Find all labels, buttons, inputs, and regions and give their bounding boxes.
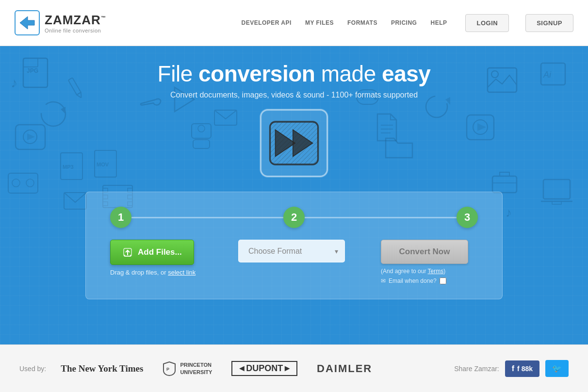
facebook-count: f 88k	[517, 365, 533, 373]
bg-music-icon: ♪	[10, 73, 29, 92]
select-link[interactable]: select link	[168, 269, 196, 276]
format-select[interactable]: Choose Format MP4 MP3 JPG PNG PDF DOC DO…	[238, 240, 345, 262]
hero-section: JPG ♪	[0, 46, 588, 344]
email-row: ✉ Email when done?	[381, 278, 446, 284]
svg-text:♪: ♪	[506, 205, 512, 220]
email-label: Email when done?	[389, 278, 437, 284]
bg-doc-icon	[374, 112, 400, 143]
login-button[interactable]: LOGIN	[465, 14, 509, 32]
bg-play2-icon	[170, 85, 199, 114]
used-by-label: Used by:	[19, 365, 46, 373]
logo-subtitle: Online file conversion	[45, 28, 106, 33]
bg-mp3-icon: MP3	[58, 150, 85, 182]
nav-formats[interactable]: FORMATS	[347, 19, 377, 26]
svg-rect-12	[8, 173, 38, 193]
svg-rect-3	[23, 58, 38, 67]
terms-link[interactable]: Terms	[428, 268, 444, 275]
svg-rect-1	[23, 58, 48, 87]
hero-title: File conversion made easy	[158, 61, 431, 87]
svg-rect-4	[68, 78, 81, 95]
princeton-logo: P PRINCETONUNIVERSITY	[163, 361, 212, 376]
svg-point-26	[426, 96, 447, 117]
bg-circle-arrow-icon	[39, 99, 68, 129]
nav-developer-api[interactable]: DEVELOPER API	[241, 19, 291, 26]
bg-pencil-icon	[59, 71, 92, 104]
svg-text:MP3: MP3	[63, 164, 74, 170]
bg-ai-icon: Ai	[539, 61, 568, 87]
step-2-col: Choose Format MP4 MP3 JPG PNG PDF DOC DO…	[222, 240, 361, 262]
step-1-circle: 1	[110, 207, 131, 228]
svg-marker-0	[20, 16, 34, 29]
fast-forward-icon	[267, 119, 321, 167]
email-checkbox[interactable]	[440, 278, 446, 284]
twitter-button[interactable]: 🐦	[545, 360, 569, 377]
svg-marker-5	[77, 92, 83, 99]
logo-area: ZAMZAR™ Online file conversion	[15, 10, 241, 35]
bg-console-icon	[189, 121, 213, 150]
svg-rect-33	[95, 150, 116, 177]
svg-text:JPG: JPG	[27, 67, 38, 74]
bg-cassette-icon	[7, 172, 39, 194]
svg-marker-7	[61, 107, 65, 114]
terms-text: (And agree to our Terms)	[381, 268, 445, 275]
step-line-1	[131, 217, 283, 218]
svg-point-23	[491, 71, 498, 78]
bg-briefcase-icon	[490, 167, 519, 194]
svg-rect-22	[488, 68, 517, 92]
step-2-circle: 2	[283, 207, 305, 228]
add-files-button[interactable]: Add Files...	[110, 240, 194, 265]
svg-rect-28	[467, 115, 494, 140]
bg-video-icon	[466, 114, 495, 141]
svg-point-29	[473, 120, 488, 134]
step-line-2	[305, 217, 457, 218]
svg-point-13	[12, 179, 20, 187]
svg-marker-27	[445, 97, 450, 105]
svg-marker-11	[27, 133, 35, 140]
format-select-wrapper: Choose Format MP4 MP3 JPG PNG PDF DOC DO…	[238, 240, 345, 262]
drag-drop-text: Drag & drop files, or select link	[110, 269, 196, 276]
svg-point-51	[198, 125, 205, 132]
logo-text: ZAMZAR™ Online file conversion	[45, 13, 106, 33]
nav-pricing[interactable]: PRICING	[391, 19, 417, 26]
upload-icon	[122, 247, 133, 258]
svg-text:♪: ♪	[11, 75, 17, 90]
facebook-button[interactable]: f f 88k	[505, 360, 539, 377]
logo-name: ZAMZAR™	[45, 13, 106, 28]
dupont-logo: ◄DUPONT►	[231, 361, 297, 376]
brand-logos: The New York Times P PRINCETONUNIVERSITY…	[61, 361, 440, 376]
nav-my-files[interactable]: MY FILES	[305, 19, 334, 26]
bg-play-icon	[15, 124, 46, 150]
bg-letter-icon	[63, 192, 87, 210]
bg-laptop-icon	[539, 177, 575, 209]
svg-rect-16	[214, 110, 237, 125]
convert-now-button[interactable]: Convert Now	[381, 240, 468, 264]
conversion-box: 1 2 3 Add Fi	[85, 192, 503, 299]
svg-rect-50	[193, 140, 210, 148]
bg-folder-icon	[383, 133, 415, 160]
nav-help[interactable]: HELP	[430, 19, 447, 26]
nav-links: DEVELOPER API MY FILES FORMATS PRICING H…	[241, 14, 573, 32]
facebook-icon: f	[512, 364, 514, 373]
svg-point-6	[41, 102, 65, 126]
daimler-logo: DAIMLER	[317, 362, 372, 375]
step-1-col: Add Files... Drag & drop files, or selec…	[110, 240, 222, 276]
svg-rect-47	[552, 201, 561, 204]
step-3-circle: 3	[457, 207, 478, 228]
bg-email-icon	[213, 109, 238, 126]
svg-text:MOV: MOV	[97, 162, 109, 167]
svg-rect-9	[16, 125, 45, 149]
svg-rect-45	[543, 180, 570, 199]
svg-rect-24	[541, 63, 565, 85]
bg-wrench-icon	[137, 86, 166, 115]
twitter-icon: 🐦	[552, 364, 562, 373]
center-logo	[260, 109, 328, 177]
svg-rect-43	[492, 176, 517, 193]
signup-button[interactable]: SIGNUP	[525, 14, 573, 32]
header: ZAMZAR™ Online file conversion DEVELOPER…	[0, 0, 588, 46]
svg-point-10	[23, 130, 37, 144]
bg-jpg-icon: JPG	[19, 56, 53, 90]
steps-row: 1 2 3	[110, 207, 478, 228]
princeton-shield-icon: P	[163, 361, 176, 376]
bg-refresh-icon	[422, 92, 451, 121]
hero-subtitle: Convert documents, images, videos & soun…	[170, 91, 418, 99]
